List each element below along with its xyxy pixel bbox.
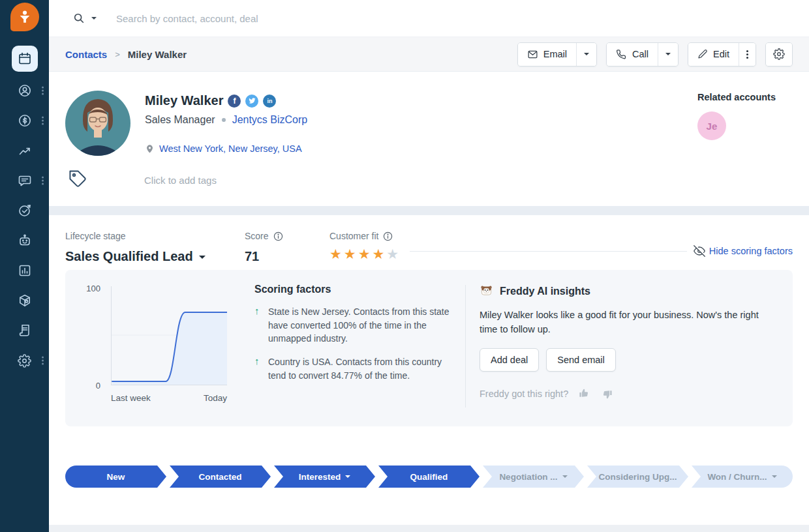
call-button[interactable]: Call [607, 43, 658, 66]
page-settings-button[interactable] [766, 43, 792, 66]
add-tags-field[interactable]: Click to add tags [144, 175, 217, 186]
contact-avatar[interactable] [65, 91, 130, 156]
contact-location-link[interactable]: West New York, New Jersey, USA [159, 143, 302, 154]
eye-off-icon [694, 245, 705, 257]
next-section-edge [49, 525, 809, 532]
search-icon[interactable] [73, 12, 85, 24]
crm-app: Search by contact, account, deal Contact… [0, 0, 809, 532]
pipeline-stage-new[interactable]: New [65, 466, 166, 488]
tag-icon [69, 170, 87, 191]
pipeline-stage-contacted[interactable]: Contacted [170, 466, 271, 488]
call-button-group: Call [606, 42, 679, 66]
pencil-icon [697, 49, 708, 59]
hide-scoring-factors-link[interactable]: Hide scoring factors [694, 245, 793, 257]
edit-button[interactable]: Edit [688, 43, 739, 66]
call-dropdown-button[interactable] [658, 43, 678, 66]
pipeline-stage-considering-upgrade[interactable]: Considering Upg... [587, 466, 688, 488]
phone-icon [616, 49, 627, 60]
thumbs-up-icon[interactable] [579, 388, 590, 400]
section-divider-band [49, 206, 809, 215]
search-scope-caret-icon[interactable] [91, 17, 97, 22]
more-actions-button[interactable] [739, 43, 756, 66]
sidebar-item-settings[interactable] [0, 346, 49, 376]
score-trend-chart: 100 0 Last week Today [81, 284, 245, 413]
customer-fit-label: Customer fit [329, 231, 378, 241]
related-accounts: Related accounts Je [697, 92, 776, 140]
bar-chart-icon [18, 263, 32, 278]
target-icon [18, 203, 32, 218]
stage-label: New [107, 472, 125, 482]
chevron-down-icon [772, 475, 777, 480]
breadcrumb-current: Miley Walker [128, 49, 187, 60]
stage-label: Considering Upg... [599, 472, 677, 482]
sidebar-item-deals[interactable] [0, 106, 49, 136]
twitter-icon[interactable] [245, 95, 258, 108]
chevron-down-icon [345, 475, 350, 480]
score-value: 71 [245, 249, 329, 264]
edit-button-group: Edit [688, 42, 756, 66]
pipeline-stage-negotiation[interactable]: Negotiation ... [483, 466, 584, 488]
scoring-panel: 100 0 Last week Today [65, 270, 793, 426]
lifecycle-stage-selector[interactable]: Sales Qualified Lead [65, 249, 245, 264]
sidebar [0, 0, 49, 532]
sidebar-item-freddy[interactable] [0, 226, 49, 256]
customer-fit-info-icon[interactable] [383, 231, 393, 241]
star-icon: ★ [386, 246, 401, 261]
x-axis-label-end: Today [204, 393, 227, 403]
y-axis-max-label: 100 [86, 284, 100, 293]
sidebar-item-calendar[interactable] [0, 42, 49, 76]
mail-icon [527, 49, 538, 60]
scoring-factors-title: Scoring factors [254, 284, 451, 295]
chevron-down-icon [665, 53, 671, 58]
bot-icon [18, 233, 32, 248]
star-icon: ★ [344, 246, 358, 261]
scoring-factor-text: Country is USA. Contacts from this count… [268, 355, 451, 382]
related-account-avatar[interactable]: Je [697, 111, 726, 140]
sidebar-item-marketing[interactable] [0, 196, 49, 226]
contacts-kebab-icon[interactable] [42, 90, 44, 92]
arrow-up-icon: ↑ [254, 305, 268, 346]
conversations-kebab-icon[interactable] [42, 180, 44, 182]
add-deal-button[interactable]: Add deal [480, 348, 539, 372]
deals-kebab-icon[interactable] [42, 120, 44, 122]
pipeline-stage-qualified[interactable]: Qualified [378, 466, 480, 488]
score-info-icon[interactable] [273, 231, 283, 241]
freddy-ai-insights: Freddy AI insights Miley Walker looks li… [480, 284, 777, 413]
settings-kebab-icon[interactable] [42, 360, 44, 362]
sidebar-item-conversations[interactable] [0, 166, 49, 196]
sidebar-item-documents[interactable] [0, 316, 49, 346]
email-button[interactable]: Email [518, 43, 576, 66]
sidebar-item-products[interactable] [0, 286, 49, 316]
thumbs-down-icon[interactable] [601, 388, 613, 400]
pipeline-stage-won-churn[interactable]: Won / Churn... [692, 466, 793, 488]
horizontal-rule [410, 251, 687, 252]
facebook-icon[interactable]: f [228, 95, 241, 108]
sidebar-item-reports[interactable] [0, 256, 49, 286]
location-pin-icon [145, 144, 155, 154]
freshworks-logo[interactable] [10, 3, 39, 31]
scoring-factor-item: ↑ State is New Jersey. Contacts from thi… [254, 305, 451, 346]
star-icon: ★ [372, 246, 386, 261]
company-link[interactable]: Jentycs BizCorp [232, 114, 308, 126]
email-dropdown-button[interactable] [576, 43, 596, 66]
pipeline-stage-interested[interactable]: Interested [274, 466, 375, 488]
scoring-factor-item: ↑ Country is USA. Contacts from this cou… [254, 355, 451, 382]
star-icon: ★ [358, 246, 373, 261]
chevron-down-icon [584, 53, 589, 58]
sidebar-item-analytics[interactable] [0, 136, 49, 166]
linkedin-icon[interactable]: in [263, 95, 276, 108]
contacts-icon [18, 83, 32, 98]
scoring-factor-text: State is New Jersey. Contacts from this … [268, 305, 451, 346]
sidebar-item-contacts[interactable] [0, 76, 49, 106]
y-axis-min-label: 0 [96, 381, 100, 391]
breadcrumb-contacts-link[interactable]: Contacts [65, 49, 107, 60]
search-input[interactable]: Search by contact, account, deal [116, 13, 258, 24]
arrow-up-icon: ↑ [254, 355, 268, 382]
scoring-factors: Scoring factors ↑ State is New Jersey. C… [254, 284, 451, 413]
lifecycle-row: Lifecycle stage Sales Qualified Lead Sco… [49, 215, 809, 264]
send-email-button[interactable]: Send email [546, 348, 616, 372]
stage-label: Contacted [198, 472, 241, 482]
kebab-icon [746, 53, 748, 55]
freddy-insight-message: Miley Walker looks like a good fit for y… [480, 308, 777, 337]
main-content: Search by contact, account, deal Contact… [49, 0, 809, 532]
